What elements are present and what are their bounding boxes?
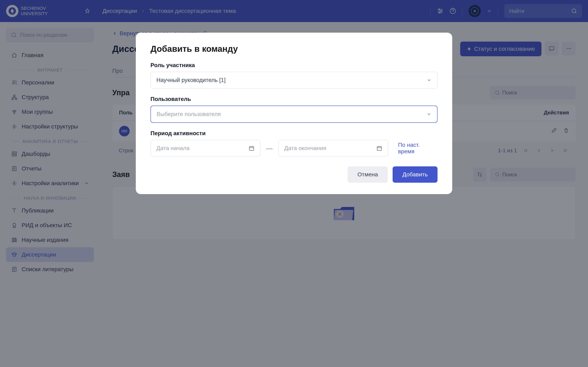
add-to-team-modal: Добавить в команду Роль участника Научны… [136,33,452,194]
period-label: Период активности [150,130,438,137]
calendar-icon [249,145,254,151]
calendar-icon [376,145,382,151]
date-start-input[interactable]: Дата начала [150,140,260,157]
date-end-input[interactable]: Дата окончания [278,140,388,157]
user-label: Пользователь [150,96,438,102]
modal-overlay[interactable]: Добавить в команду Роль участника Научны… [0,0,588,367]
svg-rect-35 [377,147,381,150]
modal-title: Добавить в команду [150,44,438,54]
chevron-down-icon [426,112,432,117]
svg-rect-34 [250,147,254,150]
chevron-down-icon [427,78,432,83]
current-time-link[interactable]: По наст. время [398,142,438,155]
date-separator: — [266,145,273,152]
cancel-button[interactable]: Отмена [348,166,388,183]
submit-button[interactable]: Добавить [393,166,438,183]
role-label: Роль участника [150,62,438,68]
user-select[interactable]: Выберите пользователя [150,106,438,123]
role-select[interactable]: Научный руководитель [1] [150,72,438,89]
